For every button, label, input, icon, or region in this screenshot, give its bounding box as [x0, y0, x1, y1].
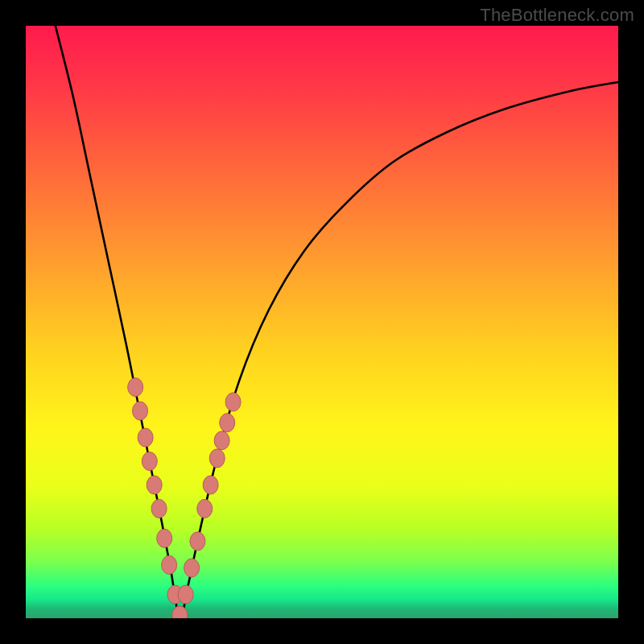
sample-point	[197, 499, 213, 518]
sample-point	[133, 402, 148, 420]
sample-point	[142, 452, 157, 470]
sample-point	[209, 449, 225, 468]
sample-point	[128, 378, 143, 396]
sample-point	[157, 529, 172, 547]
plot-area	[26, 26, 618, 618]
sample-point	[225, 393, 241, 411]
sample-point	[138, 428, 153, 447]
sample-point	[147, 476, 162, 494]
sample-point	[151, 499, 167, 518]
sample-points	[128, 378, 241, 618]
sample-point	[178, 585, 193, 604]
chart-stage: TheBottleneck.com	[0, 0, 644, 644]
sample-point	[203, 476, 218, 494]
sample-point	[184, 559, 200, 577]
bottleneck-curve	[56, 26, 618, 618]
watermark-text: TheBottleneck.com	[480, 5, 634, 26]
sample-point	[190, 532, 205, 551]
sample-point	[220, 414, 235, 432]
sample-point	[162, 555, 177, 574]
chart-overlay	[26, 26, 618, 618]
sample-point	[214, 431, 229, 450]
sample-point	[172, 606, 188, 618]
